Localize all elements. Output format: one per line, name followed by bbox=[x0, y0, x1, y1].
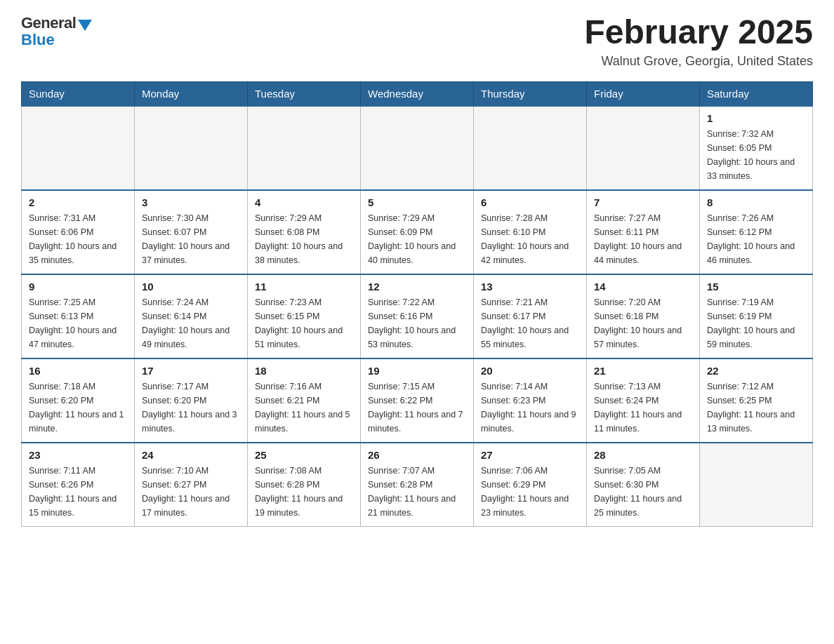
table-row: 4Sunrise: 7:29 AMSunset: 6:08 PMDaylight… bbox=[248, 190, 361, 274]
day-number: 18 bbox=[255, 365, 353, 377]
calendar-week-row: 1Sunrise: 7:32 AMSunset: 6:05 PMDaylight… bbox=[22, 106, 813, 190]
day-info: Sunrise: 7:32 AMSunset: 6:05 PMDaylight:… bbox=[707, 127, 805, 183]
table-row: 16Sunrise: 7:18 AMSunset: 6:20 PMDayligh… bbox=[22, 358, 135, 443]
table-row: 23Sunrise: 7:11 AMSunset: 6:26 PMDayligh… bbox=[22, 443, 135, 527]
day-info: Sunrise: 7:25 AMSunset: 6:13 PMDaylight:… bbox=[29, 295, 127, 351]
day-number: 8 bbox=[707, 196, 805, 208]
calendar-table: Sunday Monday Tuesday Wednesday Thursday… bbox=[21, 81, 813, 528]
day-info: Sunrise: 7:14 AMSunset: 6:23 PMDaylight:… bbox=[481, 380, 579, 436]
calendar-week-row: 23Sunrise: 7:11 AMSunset: 6:26 PMDayligh… bbox=[22, 443, 813, 527]
table-row bbox=[135, 106, 248, 190]
logo-general-text: General bbox=[21, 14, 76, 32]
calendar-week-row: 2Sunrise: 7:31 AMSunset: 6:06 PMDaylight… bbox=[22, 190, 813, 274]
table-row: 26Sunrise: 7:07 AMSunset: 6:28 PMDayligh… bbox=[361, 443, 474, 527]
col-monday: Monday bbox=[135, 81, 248, 106]
month-title: February 2025 bbox=[584, 14, 813, 51]
day-info: Sunrise: 7:11 AMSunset: 6:26 PMDaylight:… bbox=[29, 464, 127, 520]
col-thursday: Thursday bbox=[474, 81, 587, 106]
day-number: 6 bbox=[481, 196, 579, 208]
logo-arrow-icon bbox=[78, 20, 92, 31]
table-row: 12Sunrise: 7:22 AMSunset: 6:16 PMDayligh… bbox=[361, 274, 474, 358]
day-number: 23 bbox=[29, 449, 127, 461]
day-info: Sunrise: 7:30 AMSunset: 6:07 PMDaylight:… bbox=[142, 211, 240, 267]
table-row: 21Sunrise: 7:13 AMSunset: 6:24 PMDayligh… bbox=[587, 358, 700, 443]
table-row: 6Sunrise: 7:28 AMSunset: 6:10 PMDaylight… bbox=[474, 190, 587, 274]
day-info: Sunrise: 7:28 AMSunset: 6:10 PMDaylight:… bbox=[481, 211, 579, 267]
logo: General Blue bbox=[21, 14, 92, 49]
day-info: Sunrise: 7:13 AMSunset: 6:24 PMDaylight:… bbox=[594, 380, 692, 436]
day-number: 7 bbox=[594, 196, 692, 208]
col-sunday: Sunday bbox=[22, 81, 135, 106]
table-row: 7Sunrise: 7:27 AMSunset: 6:11 PMDaylight… bbox=[587, 190, 700, 274]
day-info: Sunrise: 7:20 AMSunset: 6:18 PMDaylight:… bbox=[594, 295, 692, 351]
table-row: 10Sunrise: 7:24 AMSunset: 6:14 PMDayligh… bbox=[135, 274, 248, 358]
table-row bbox=[22, 106, 135, 190]
table-row: 13Sunrise: 7:21 AMSunset: 6:17 PMDayligh… bbox=[474, 274, 587, 358]
day-info: Sunrise: 7:22 AMSunset: 6:16 PMDaylight:… bbox=[368, 295, 466, 351]
table-row: 28Sunrise: 7:05 AMSunset: 6:30 PMDayligh… bbox=[587, 443, 700, 527]
title-section: February 2025 Walnut Grove, Georgia, Uni… bbox=[584, 14, 813, 69]
calendar-header-row: Sunday Monday Tuesday Wednesday Thursday… bbox=[22, 81, 813, 106]
day-number: 26 bbox=[368, 449, 466, 461]
day-number: 2 bbox=[29, 196, 127, 208]
table-row: 11Sunrise: 7:23 AMSunset: 6:15 PMDayligh… bbox=[248, 274, 361, 358]
table-row: 3Sunrise: 7:30 AMSunset: 6:07 PMDaylight… bbox=[135, 190, 248, 274]
day-number: 19 bbox=[368, 365, 466, 377]
table-row: 19Sunrise: 7:15 AMSunset: 6:22 PMDayligh… bbox=[361, 358, 474, 443]
day-info: Sunrise: 7:08 AMSunset: 6:28 PMDaylight:… bbox=[255, 464, 353, 520]
day-number: 4 bbox=[255, 196, 353, 208]
day-info: Sunrise: 7:29 AMSunset: 6:09 PMDaylight:… bbox=[368, 211, 466, 267]
day-info: Sunrise: 7:21 AMSunset: 6:17 PMDaylight:… bbox=[481, 295, 579, 351]
col-friday: Friday bbox=[587, 81, 700, 106]
table-row: 1Sunrise: 7:32 AMSunset: 6:05 PMDaylight… bbox=[700, 106, 813, 190]
day-number: 15 bbox=[707, 281, 805, 293]
table-row: 25Sunrise: 7:08 AMSunset: 6:28 PMDayligh… bbox=[248, 443, 361, 527]
day-number: 14 bbox=[594, 281, 692, 293]
day-info: Sunrise: 7:07 AMSunset: 6:28 PMDaylight:… bbox=[368, 464, 466, 520]
day-number: 27 bbox=[481, 449, 579, 461]
col-wednesday: Wednesday bbox=[361, 81, 474, 106]
day-info: Sunrise: 7:16 AMSunset: 6:21 PMDaylight:… bbox=[255, 380, 353, 436]
day-info: Sunrise: 7:18 AMSunset: 6:20 PMDaylight:… bbox=[29, 380, 127, 436]
table-row: 9Sunrise: 7:25 AMSunset: 6:13 PMDaylight… bbox=[22, 274, 135, 358]
table-row: 15Sunrise: 7:19 AMSunset: 6:19 PMDayligh… bbox=[700, 274, 813, 358]
day-number: 3 bbox=[142, 196, 240, 208]
table-row bbox=[474, 106, 587, 190]
day-info: Sunrise: 7:24 AMSunset: 6:14 PMDaylight:… bbox=[142, 295, 240, 351]
table-row bbox=[700, 443, 813, 527]
day-info: Sunrise: 7:23 AMSunset: 6:15 PMDaylight:… bbox=[255, 295, 353, 351]
col-saturday: Saturday bbox=[700, 81, 813, 106]
day-number: 11 bbox=[255, 281, 353, 293]
table-row: 17Sunrise: 7:17 AMSunset: 6:20 PMDayligh… bbox=[135, 358, 248, 443]
logo-blue-text: Blue bbox=[21, 31, 55, 49]
day-info: Sunrise: 7:29 AMSunset: 6:08 PMDaylight:… bbox=[255, 211, 353, 267]
col-tuesday: Tuesday bbox=[248, 81, 361, 106]
table-row: 27Sunrise: 7:06 AMSunset: 6:29 PMDayligh… bbox=[474, 443, 587, 527]
table-row bbox=[361, 106, 474, 190]
table-row: 20Sunrise: 7:14 AMSunset: 6:23 PMDayligh… bbox=[474, 358, 587, 443]
day-number: 9 bbox=[29, 281, 127, 293]
day-info: Sunrise: 7:27 AMSunset: 6:11 PMDaylight:… bbox=[594, 211, 692, 267]
day-number: 5 bbox=[368, 196, 466, 208]
table-row: 2Sunrise: 7:31 AMSunset: 6:06 PMDaylight… bbox=[22, 190, 135, 274]
table-row bbox=[587, 106, 700, 190]
day-number: 12 bbox=[368, 281, 466, 293]
table-row: 14Sunrise: 7:20 AMSunset: 6:18 PMDayligh… bbox=[587, 274, 700, 358]
day-number: 24 bbox=[142, 449, 240, 461]
day-number: 28 bbox=[594, 449, 692, 461]
day-info: Sunrise: 7:31 AMSunset: 6:06 PMDaylight:… bbox=[29, 211, 127, 267]
day-number: 13 bbox=[481, 281, 579, 293]
table-row: 8Sunrise: 7:26 AMSunset: 6:12 PMDaylight… bbox=[700, 190, 813, 274]
day-number: 10 bbox=[142, 281, 240, 293]
table-row: 5Sunrise: 7:29 AMSunset: 6:09 PMDaylight… bbox=[361, 190, 474, 274]
day-number: 21 bbox=[594, 365, 692, 377]
day-info: Sunrise: 7:12 AMSunset: 6:25 PMDaylight:… bbox=[707, 380, 805, 436]
table-row: 18Sunrise: 7:16 AMSunset: 6:21 PMDayligh… bbox=[248, 358, 361, 443]
location-subtitle: Walnut Grove, Georgia, United States bbox=[584, 54, 813, 69]
day-info: Sunrise: 7:26 AMSunset: 6:12 PMDaylight:… bbox=[707, 211, 805, 267]
table-row: 22Sunrise: 7:12 AMSunset: 6:25 PMDayligh… bbox=[700, 358, 813, 443]
day-number: 20 bbox=[481, 365, 579, 377]
day-info: Sunrise: 7:15 AMSunset: 6:22 PMDaylight:… bbox=[368, 380, 466, 436]
table-row bbox=[248, 106, 361, 190]
day-number: 16 bbox=[29, 365, 127, 377]
